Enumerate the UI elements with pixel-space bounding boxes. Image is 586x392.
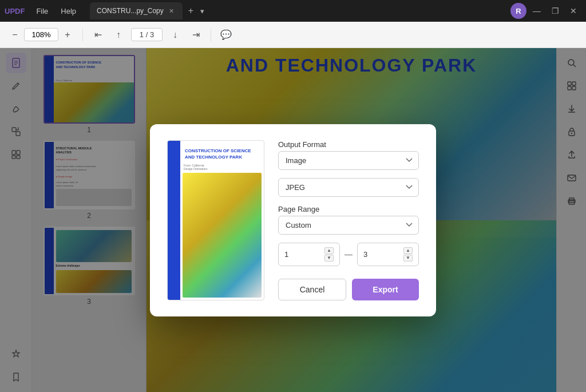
- modal-form: Output Format Image PDF Word Excel Power…: [278, 140, 419, 300]
- tab-bar: CONSTRU...py_Copy ✕ + ▾: [90, 2, 507, 19]
- page-from-input[interactable]: [284, 250, 307, 259]
- page-range-select[interactable]: All Pages Current Page Custom Odd Pages …: [278, 216, 419, 235]
- toolbar-sep-2: [211, 29, 211, 41]
- app-logo: UPDF: [5, 7, 25, 15]
- preview-subtitle: From: CaliforniaDesign Orientation: [180, 164, 264, 171]
- help-menu[interactable]: Help: [55, 5, 82, 18]
- page-range-inputs: ▲ ▼ — ▲ ▼: [278, 243, 419, 266]
- active-tab[interactable]: CONSTRU...py_Copy ✕: [90, 2, 183, 19]
- modal-buttons: Cancel Export: [278, 279, 419, 300]
- modal-preview: CONSTRUCTION OF SCIENCEAND TECHNOLOGY PA…: [167, 140, 264, 300]
- window-controls: R — ❐ ✕: [510, 3, 581, 19]
- from-spinner: ▲ ▼: [324, 247, 334, 262]
- maximize-button[interactable]: ❐: [547, 3, 563, 19]
- titlebar-menu: File Help: [30, 5, 82, 18]
- output-format-group: Output Format Image PDF Word Excel Power…: [278, 140, 419, 170]
- zoom-input[interactable]: [24, 28, 58, 41]
- preview-title: CONSTRUCTION OF SCIENCEAND TECHNOLOGY PA…: [180, 141, 264, 164]
- modal-overlay: CONSTRUCTION OF SCIENCEAND TECHNOLOGY PA…: [0, 48, 586, 392]
- comment-button[interactable]: 💬: [218, 27, 234, 43]
- page-display: 1 / 3: [131, 28, 163, 41]
- new-tab-button[interactable]: +: [185, 5, 197, 17]
- titlebar: UPDF File Help CONSTRU...py_Copy ✕ + ▾ R…: [0, 0, 586, 22]
- zoom-in-button[interactable]: +: [60, 27, 76, 43]
- prev-page-button[interactable]: ↑: [110, 27, 126, 43]
- preview-building: [183, 173, 262, 298]
- minimize-button[interactable]: —: [529, 3, 545, 19]
- output-format-select[interactable]: Image PDF Word Excel PowerPoint: [278, 151, 419, 170]
- tab-overflow-button[interactable]: ▾: [200, 7, 204, 15]
- to-increment-button[interactable]: ▲: [403, 247, 413, 254]
- page-range-label: Page Range: [278, 205, 419, 213]
- page-from-wrapper: ▲ ▼: [278, 243, 340, 266]
- from-decrement-button[interactable]: ▼: [324, 255, 334, 262]
- tab-close-button[interactable]: ✕: [167, 7, 176, 15]
- range-dash: —: [345, 250, 353, 259]
- file-menu[interactable]: File: [30, 5, 54, 18]
- avatar-button[interactable]: R: [510, 3, 526, 19]
- toolbar: − + ⇤ ↑ 1 / 3 ↓ ⇥ 💬: [0, 22, 586, 48]
- avatar-initial: R: [516, 7, 521, 15]
- format-type-group: JPEG PNG BMP GIF TIFF: [278, 178, 419, 197]
- toolbar-sep-1: [82, 29, 83, 41]
- output-format-label: Output Format: [278, 140, 419, 149]
- to-spinner: ▲ ▼: [403, 247, 413, 262]
- page-range-group: Page Range All Pages Current Page Custom…: [278, 205, 419, 235]
- main-area: CONSTRUCTION OF SCIENCEAND TECHNOLOGY PA…: [0, 48, 586, 392]
- zoom-control: − +: [7, 27, 76, 43]
- cancel-button[interactable]: Cancel: [278, 279, 346, 300]
- from-increment-button[interactable]: ▲: [324, 247, 334, 254]
- preview-blue-bar: [168, 141, 180, 300]
- export-button[interactable]: Export: [352, 279, 419, 300]
- format-type-select[interactable]: JPEG PNG BMP GIF TIFF: [278, 178, 419, 197]
- page-to-wrapper: ▲ ▼: [357, 243, 419, 266]
- next-page-button[interactable]: ↓: [167, 27, 183, 43]
- to-decrement-button[interactable]: ▼: [403, 255, 413, 262]
- last-page-button[interactable]: ⇥: [188, 27, 204, 43]
- preview-content: CONSTRUCTION OF SCIENCEAND TECHNOLOGY PA…: [180, 141, 264, 300]
- tab-label: CONSTRU...py_Copy: [97, 7, 164, 15]
- zoom-out-button[interactable]: −: [7, 27, 23, 43]
- export-modal: CONSTRUCTION OF SCIENCEAND TECHNOLOGY PA…: [150, 124, 436, 316]
- first-page-button[interactable]: ⇤: [90, 27, 106, 43]
- close-button[interactable]: ✕: [565, 3, 581, 19]
- page-to-input[interactable]: [363, 250, 386, 259]
